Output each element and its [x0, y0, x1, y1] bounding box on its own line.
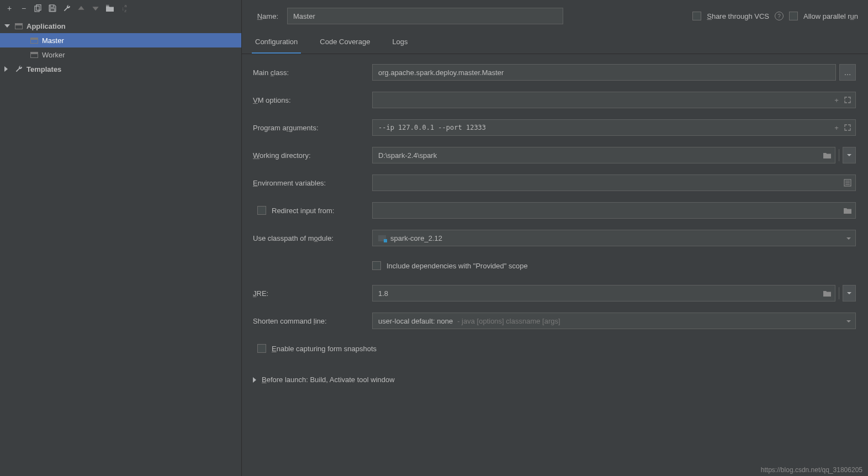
sidebar: + − ↓az	[0, 0, 242, 476]
include-provided-label: Include dependencies with "Provided" sco…	[387, 262, 528, 270]
expand-icon[interactable]	[842, 94, 853, 105]
configuration-form: Main class: … VM options: + Program a	[242, 54, 868, 362]
move-up-button[interactable]	[76, 3, 86, 13]
working-directory-label: Working directory:	[253, 151, 372, 160]
folder-button[interactable]	[105, 3, 115, 13]
redirect-input-field[interactable]	[378, 207, 842, 215]
tree-worker-label: Worker	[42, 51, 65, 59]
redirect-input-label: Redirect input from:	[272, 207, 334, 215]
tab-code-coverage[interactable]: Code Coverage	[316, 32, 373, 54]
vm-options-label: VM options:	[253, 96, 372, 104]
right-panel: Name: Share through VCS ? Allow parallel…	[242, 0, 868, 476]
classpath-module-label: Use classpath of module:	[253, 234, 372, 242]
application-icon	[14, 22, 23, 30]
wrench-icon[interactable]	[62, 3, 72, 13]
allow-parallel-label: Allow parallel run	[803, 12, 858, 20]
enable-capturing-checkbox[interactable]	[257, 344, 266, 353]
shorten-command-line-select[interactable]: user-local default: none - java [options…	[372, 313, 856, 329]
working-directory-input[interactable]	[378, 151, 822, 160]
tree-templates-node[interactable]: Templates	[0, 62, 241, 76]
tab-logs[interactable]: Logs	[389, 32, 411, 54]
application-icon	[30, 50, 39, 59]
list-icon[interactable]	[842, 177, 853, 188]
before-launch-section[interactable]: Before launch: Build, Activate tool wind…	[242, 362, 868, 389]
header-row: Name: Share through VCS ? Allow parallel…	[242, 0, 868, 32]
remove-config-button[interactable]: −	[19, 3, 29, 13]
wrench-icon	[14, 65, 23, 73]
svg-rect-3	[50, 9, 55, 11]
environment-variables-label: Environment variables:	[253, 179, 372, 187]
redirect-input-checkbox[interactable]	[257, 206, 266, 215]
shorten-value-hint: - java [options] classname [args]	[457, 317, 560, 325]
environment-variables-input[interactable]	[378, 179, 842, 187]
sidebar-toolbar: + − ↓az	[0, 0, 241, 17]
tree-application-label: Application	[27, 22, 66, 30]
folder-icon[interactable]	[822, 150, 833, 161]
expand-icon[interactable]	[842, 122, 853, 133]
shorten-command-line-label: Shorten command line:	[253, 317, 372, 325]
jre-chevron-button[interactable]	[843, 285, 856, 302]
add-config-button[interactable]: +	[4, 3, 14, 13]
module-icon	[378, 235, 386, 241]
tree-master-label: Master	[42, 36, 64, 45]
main-class-label: Main class:	[253, 68, 372, 77]
before-launch-label: Before launch: Build, Activate tool wind…	[262, 375, 395, 384]
tree-worker-node[interactable]: Worker	[0, 47, 241, 62]
tab-configuration[interactable]: Configuration	[252, 32, 301, 54]
svg-rect-1	[36, 5, 41, 10]
svg-rect-2	[50, 5, 54, 7]
classpath-module-value: spark-core_2.12	[390, 234, 442, 242]
classpath-module-select[interactable]: spark-core_2.12	[372, 230, 856, 246]
tree-master-node[interactable]: Master	[0, 33, 241, 47]
config-tree: Application Master Worker Templates	[0, 17, 241, 76]
plus-icon[interactable]: +	[831, 94, 842, 105]
copy-config-button[interactable]	[33, 3, 43, 13]
program-arguments-input[interactable]	[378, 124, 831, 131]
name-input[interactable]	[287, 8, 563, 24]
jre-input[interactable]	[378, 289, 822, 298]
name-label: Name:	[247, 12, 278, 20]
shorten-value-main: user-local default: none	[378, 317, 453, 325]
sort-az-button[interactable]: ↓az	[119, 3, 129, 13]
tabs: Configuration Code Coverage Logs	[242, 32, 868, 54]
share-vcs-checkbox[interactable]	[692, 12, 701, 20]
chevron-right-icon	[253, 377, 256, 383]
tree-templates-label: Templates	[27, 65, 61, 73]
main-class-browse-button[interactable]: …	[839, 64, 856, 81]
main-class-input[interactable]	[372, 64, 836, 81]
share-vcs-label: Share through VCS	[707, 12, 769, 20]
jre-label: JRE:	[253, 289, 372, 298]
move-down-button[interactable]	[91, 3, 100, 13]
help-icon[interactable]: ?	[775, 12, 784, 20]
svg-rect-0	[35, 6, 39, 12]
tree-application-node[interactable]: Application	[0, 19, 241, 33]
application-icon	[30, 36, 39, 45]
plus-icon[interactable]: +	[831, 122, 842, 133]
save-config-button[interactable]	[47, 3, 57, 13]
folder-icon[interactable]	[842, 205, 853, 216]
folder-icon[interactable]	[822, 288, 833, 299]
footer-watermark: https://blog.csdn.net/qq_31806205	[242, 464, 868, 476]
enable-capturing-label: Enable capturing form snapshots	[272, 345, 377, 353]
program-arguments-label: Program arguments:	[253, 124, 372, 132]
allow-parallel-checkbox[interactable]	[789, 12, 798, 20]
vm-options-input[interactable]	[378, 96, 831, 104]
include-provided-checkbox[interactable]	[372, 261, 381, 270]
working-directory-chevron-button[interactable]	[843, 147, 856, 163]
